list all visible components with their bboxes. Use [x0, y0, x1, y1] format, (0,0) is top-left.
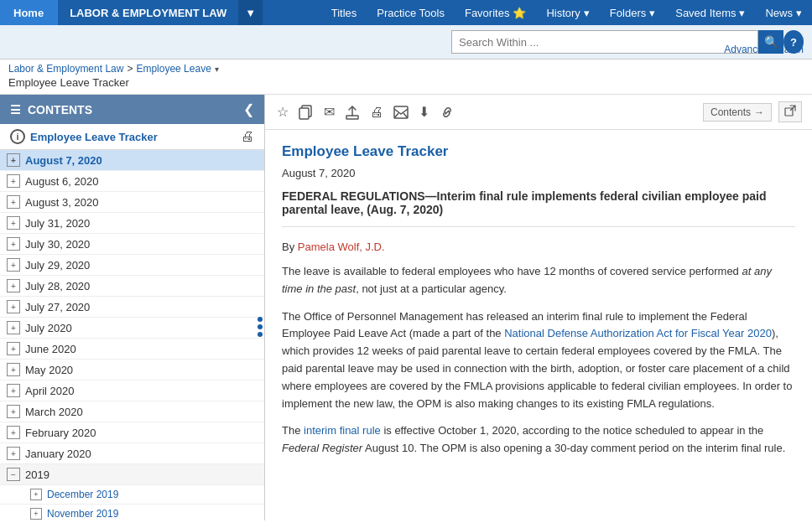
sidebar-item-jul28[interactable]: + July 28, 2020: [0, 276, 264, 297]
breadcrumb: Labor & Employment Law > Employee Leave …: [8, 63, 804, 75]
expand-icon-nov2019[interactable]: +: [30, 508, 42, 520]
sidebar-year-2019[interactable]: − 2019: [0, 464, 264, 485]
sidebar-item-jul27[interactable]: + July 27, 2020: [0, 297, 264, 318]
news-dropdown-icon: ▾: [796, 7, 802, 19]
sidebar-item-jul2020[interactable]: + July 2020: [0, 318, 264, 339]
print-icon[interactable]: 🖨: [368, 103, 385, 122]
sidebar-item-nov2019[interactable]: + November 2019: [0, 505, 264, 520]
breadcrumb-separator: >: [127, 63, 133, 75]
nav-history[interactable]: History ▾: [536, 0, 599, 25]
email2-icon[interactable]: [392, 104, 410, 121]
author-prefix: By: [282, 241, 298, 253]
scroll-dot-2: [258, 324, 263, 329]
expand-icon-jan2020[interactable]: +: [7, 447, 20, 460]
sidebar-item-mar2020[interactable]: + March 2020: [0, 401, 264, 422]
saved-items-dropdown-icon: ▾: [739, 7, 745, 19]
expand-icon-jul29[interactable]: +: [7, 258, 20, 272]
home-nav-item[interactable]: Home: [0, 0, 57, 25]
expand-icon-jul28[interactable]: +: [7, 279, 20, 292]
download-icon[interactable]: ⬇: [417, 102, 431, 122]
sidebar-item-dec2019[interactable]: + December 2019: [0, 485, 264, 505]
top-navigation: Home LABOR & EMPLOYMENT LAW ▼ Titles Pra…: [0, 0, 812, 25]
info-icon[interactable]: i: [10, 129, 25, 144]
interim-rule-link[interactable]: interim final rule: [304, 424, 381, 437]
sidebar-item-aug6[interactable]: + August 6, 2020: [0, 171, 264, 192]
link-icon[interactable]: [438, 103, 456, 122]
expand-icon-2019[interactable]: −: [7, 468, 20, 481]
share-icon[interactable]: [343, 103, 362, 122]
external-link-icon[interactable]: [778, 101, 802, 122]
bookmark-icon[interactable]: ☆: [275, 102, 290, 122]
nav-favorites[interactable]: Favorites ⭐: [455, 0, 536, 25]
favorites-star-icon: ⭐: [513, 7, 526, 19]
expand-icon-jul27[interactable]: +: [7, 300, 20, 313]
doc-date: August 7, 2020: [282, 167, 795, 179]
expand-icon-jul30[interactable]: +: [7, 237, 20, 251]
sidebar-collapse-button[interactable]: ❮: [243, 101, 254, 117]
sidebar-print-icon[interactable]: 🖨: [241, 129, 254, 144]
expand-icon-aug7[interactable]: +: [7, 153, 20, 167]
contents-button[interactable]: Contents →: [703, 103, 772, 122]
breadcrumb-child[interactable]: Employee Leave: [136, 63, 211, 75]
contents-label: Contents: [710, 106, 751, 118]
expand-icon-aug3[interactable]: +: [7, 195, 20, 209]
author-link[interactable]: Pamela Wolf, J.D.: [298, 241, 385, 253]
advanced-search-link[interactable]: Advanced Search: [724, 44, 804, 55]
sidebar-item-aug7[interactable]: + August 7, 2020: [0, 150, 264, 171]
svg-rect-2: [346, 116, 358, 119]
nav-folders[interactable]: Folders ▾: [600, 0, 665, 25]
sidebar-item-apr2020[interactable]: + April 2020: [0, 380, 264, 401]
sidebar-item-jun2020[interactable]: + June 2020: [0, 339, 264, 360]
sidebar-item-jul31[interactable]: + July 31, 2020: [0, 213, 264, 234]
hamburger-icon: ☰: [10, 103, 21, 116]
expand-icon-jun2020[interactable]: +: [7, 342, 20, 355]
nav-practice-tools[interactable]: Practice Tools: [367, 0, 455, 25]
sidebar-item-jul29[interactable]: + July 29, 2020: [0, 255, 264, 276]
product-nav-item[interactable]: LABOR & EMPLOYMENT LAW: [57, 0, 238, 25]
search-input[interactable]: [451, 30, 758, 54]
email-icon[interactable]: ✉: [322, 102, 336, 122]
main-layout: ☰ CONTENTS ❮ i Employee Leave Tracker 🖨 …: [0, 95, 812, 520]
expand-icon-apr2020[interactable]: +: [7, 384, 20, 397]
breadcrumb-dropdown-icon[interactable]: ▾: [215, 65, 219, 74]
product-dropdown-arrow[interactable]: ▼: [238, 0, 263, 25]
doc-para-1: The leave is available to federal employ…: [282, 263, 795, 298]
doc-para-3: The interim final rule is effective Octo…: [282, 422, 795, 458]
sidebar-item-jan2020[interactable]: + January 2020: [0, 443, 264, 464]
nav-titles[interactable]: Titles: [321, 0, 367, 25]
scroll-dot-1: [258, 317, 263, 322]
scroll-dot-3: [258, 332, 263, 337]
expand-icon-jul2020[interactable]: +: [7, 321, 20, 334]
document-section: Employee Leave Tracker August 7, 2020 FE…: [282, 143, 795, 458]
doc-headline: FEDERAL REGULATIONS—Interim final rule i…: [282, 189, 795, 227]
expand-icon-jul31[interactable]: +: [7, 216, 20, 230]
history-dropdown-icon: ▾: [584, 7, 590, 19]
expand-icon-mar2020[interactable]: +: [7, 405, 20, 418]
sidebar-scroll-area[interactable]: + August 7, 2020 + August 6, 2020 + Augu…: [0, 150, 264, 520]
expand-icon-may2020[interactable]: +: [7, 363, 20, 376]
doc-para-2: The Office of Personnel Management has r…: [282, 308, 795, 413]
search-bar: 🔍 ? Advanced Search: [0, 25, 812, 60]
sidebar-item-feb2020[interactable]: + February 2020: [0, 422, 264, 443]
expand-icon-feb2020[interactable]: +: [7, 426, 20, 439]
svg-rect-1: [299, 108, 309, 119]
doc-toolbar: ☆ ✉ 🖨 ⬇: [265, 95, 812, 130]
sidebar-item-aug3[interactable]: + August 3, 2020: [0, 192, 264, 213]
sidebar-header: ☰ CONTENTS ❮: [0, 95, 264, 124]
breadcrumb-bar: Labor & Employment Law > Employee Leave …: [0, 60, 812, 95]
ndaa-link[interactable]: National Defense Authorization Act for F…: [504, 327, 772, 339]
expand-icon-dec2019[interactable]: +: [30, 489, 42, 500]
doc-author: By Pamela Wolf, J.D.: [282, 241, 795, 253]
breadcrumb-parent[interactable]: Labor & Employment Law: [8, 63, 123, 75]
nav-saved-items[interactable]: Saved Items ▾: [665, 0, 755, 25]
sidebar-header-left: ☰ CONTENTS: [10, 103, 92, 116]
product-label: LABOR & EMPLOYMENT LAW: [70, 7, 226, 19]
sidebar-doc-title[interactable]: Employee Leave Tracker: [30, 131, 236, 143]
copy-icon[interactable]: [297, 103, 315, 122]
nav-news[interactable]: News ▾: [755, 0, 812, 25]
sidebar-item-may2020[interactable]: + May 2020: [0, 360, 264, 380]
scroll-indicators: [258, 317, 263, 337]
expand-icon-aug6[interactable]: +: [7, 174, 20, 188]
sidebar-info-row: i Employee Leave Tracker 🖨: [0, 124, 264, 150]
sidebar-item-jul30[interactable]: + July 30, 2020: [0, 234, 264, 255]
